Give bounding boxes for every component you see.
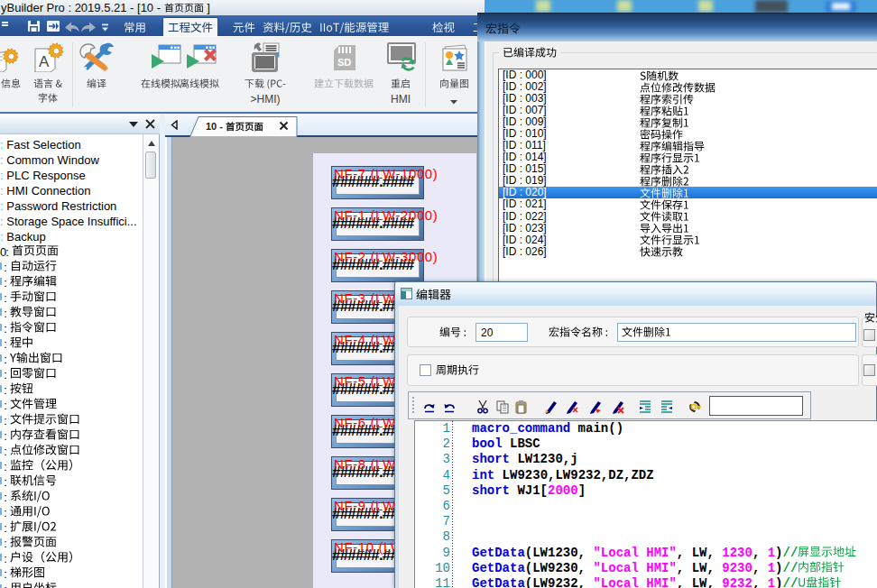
svg-text:SD: SD	[337, 57, 351, 68]
svg-text:A: A	[39, 53, 50, 70]
